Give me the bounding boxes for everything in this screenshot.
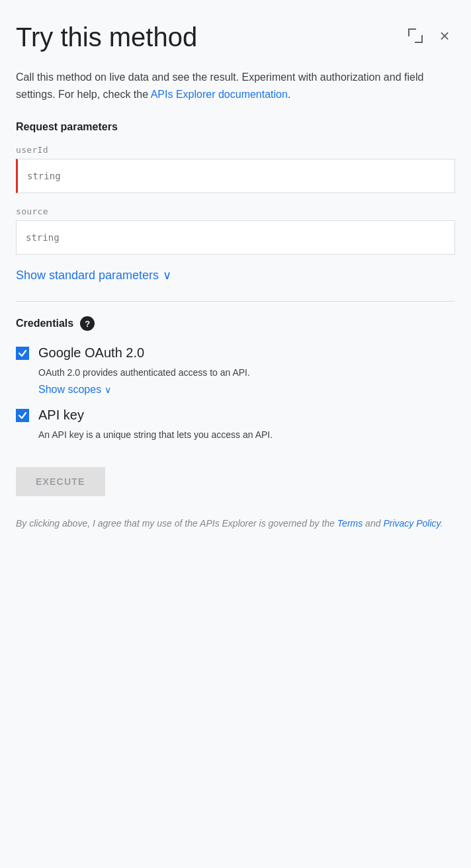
google-oauth-description: OAuth 2.0 provides authenticated access … <box>38 366 455 380</box>
close-icon: × <box>439 26 449 46</box>
show-scopes-button[interactable]: Show scopes ∨ <box>38 384 111 396</box>
show-scopes-label: Show scopes <box>38 384 101 396</box>
fullscreen-icon <box>408 28 423 43</box>
show-scopes-chevron-icon: ∨ <box>105 384 111 395</box>
credentials-section: Credentials ? Google OAuth 2.0 OAuth 2.0… <box>16 316 455 442</box>
userid-field-wrapper: userId <box>16 145 455 193</box>
source-label: source <box>16 206 455 216</box>
execute-section: EXECUTE <box>16 454 455 516</box>
close-button[interactable]: × <box>434 25 455 46</box>
checkmark-icon <box>18 411 27 420</box>
google-oauth-row: Google OAuth 2.0 <box>16 345 455 361</box>
request-parameters-section: Request parameters userId source Show st… <box>16 121 455 282</box>
description-text: Call this method on live data and see th… <box>16 69 455 103</box>
api-key-checkbox[interactable] <box>16 409 29 422</box>
header-row: Try this method × <box>16 21 455 53</box>
footer-text: By clicking above, I agree that my use o… <box>16 516 455 531</box>
help-label: ? <box>85 319 90 329</box>
show-standard-parameters-label: Show standard parameters <box>16 269 159 282</box>
api-key-row: API key <box>16 408 455 423</box>
google-oauth-checkbox[interactable] <box>16 347 29 360</box>
divider <box>16 301 455 302</box>
footer-before: By clicking above, I agree that my use o… <box>16 518 337 529</box>
footer-and: and <box>363 518 383 529</box>
api-key-credential: API key An API key is a unique string th… <box>16 408 455 442</box>
header-icons: × <box>405 25 455 46</box>
fullscreen-button[interactable] <box>405 25 426 46</box>
source-field-wrapper: source <box>16 206 455 255</box>
show-standard-parameters-button[interactable]: Show standard parameters ∨ <box>16 268 171 282</box>
request-parameters-title: Request parameters <box>16 121 455 133</box>
api-key-description: An API key is a unique string that lets … <box>38 428 455 442</box>
description-after-link: . <box>288 89 290 100</box>
credentials-title: Credentials <box>16 318 73 329</box>
footer-after: . <box>440 518 443 529</box>
source-input[interactable] <box>16 220 455 255</box>
apis-explorer-link[interactable]: APIs Explorer documentation <box>151 89 288 100</box>
google-oauth-credential: Google OAuth 2.0 OAuth 2.0 provides auth… <box>16 345 455 396</box>
userid-input[interactable] <box>16 159 455 193</box>
google-oauth-name: Google OAuth 2.0 <box>38 345 144 361</box>
privacy-policy-link[interactable]: Privacy Policy <box>383 518 440 529</box>
execute-button[interactable]: EXECUTE <box>16 467 105 496</box>
userid-label: userId <box>16 145 455 155</box>
credentials-help-icon[interactable]: ? <box>80 316 95 331</box>
checkmark-icon <box>18 349 27 358</box>
show-standard-chevron-icon: ∨ <box>163 268 171 282</box>
page-title: Try this method <box>16 21 405 53</box>
try-this-method-panel: Try this method × Call this method on li… <box>0 0 471 868</box>
credentials-header: Credentials ? <box>16 316 455 331</box>
api-key-name: API key <box>38 408 84 423</box>
terms-link[interactable]: Terms <box>337 518 363 529</box>
